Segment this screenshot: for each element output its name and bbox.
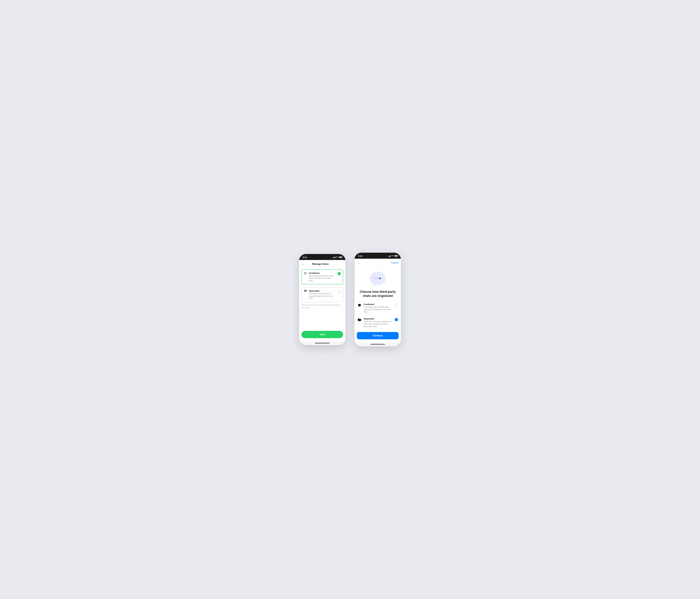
signal-bar-2	[333, 257, 334, 258]
lines-icon	[304, 272, 306, 274]
help-text-1: Choose how you want third-party chats to…	[301, 304, 343, 309]
continue-btn-container-2: Continue	[354, 330, 401, 343]
speech-bubble-icon	[357, 303, 361, 307]
signal-bar-2d	[390, 255, 391, 257]
status-time-1: 9:41	[303, 256, 307, 258]
separated-title-1: Separated	[309, 290, 336, 292]
nav-header-1: ‹ Manage inbox	[299, 260, 346, 268]
separated-text-1: Separated Third-party chats will live in…	[309, 290, 336, 300]
svg-point-0	[374, 277, 376, 279]
home-bar-2	[370, 344, 385, 345]
combined-option-2[interactable]: Combined Messenger chats and third-party…	[354, 301, 401, 315]
separated-icon-2	[357, 318, 361, 322]
signal-icon-1	[333, 256, 335, 258]
separated-radio-circle-1	[338, 290, 341, 293]
chat-bubble-illustration	[369, 271, 386, 287]
battery-fill-2	[395, 255, 397, 256]
status-bar-2: 9:41	[354, 253, 401, 259]
back-button-2[interactable]: ‹	[357, 261, 359, 265]
signal-bar-2a	[389, 256, 389, 257]
combined-text-2: Combined Messenger chats and third-party…	[364, 303, 393, 313]
signal-bar-3	[334, 257, 335, 258]
separated-radio-1[interactable]	[338, 290, 341, 293]
signal-bar-4	[335, 257, 335, 258]
phone-1: 9:41	[299, 254, 346, 345]
svg-point-2	[379, 277, 381, 279]
separated-check-icon-2: ✓	[395, 318, 398, 321]
combined-icon-2	[357, 303, 361, 307]
status-time-2: 9:41	[358, 255, 362, 257]
svg-point-1	[376, 277, 378, 279]
separated-desc-1: Third-party chats will live in a separat…	[309, 293, 336, 300]
combined-row-desc-2: Messenger chats and third-party chats wi…	[364, 306, 393, 313]
illustration-area-2	[354, 267, 401, 290]
combined-radio-1[interactable]: ✓	[338, 272, 341, 275]
combined-row-title-2: Combined	[364, 303, 393, 305]
combined-radio-2[interactable]	[395, 304, 398, 306]
separated-option-1[interactable]: Separated Third-party chats will live in…	[301, 287, 343, 302]
signal-bar-2c	[390, 256, 390, 257]
page-title-1: Manage inbox	[304, 263, 337, 266]
continue-button-2[interactable]: Continue	[357, 332, 399, 339]
signal-icon-2	[389, 255, 391, 257]
status-icons-2	[389, 255, 398, 257]
phone-2-content: ‹ Cancel	[354, 259, 401, 343]
wifi-icon-2	[392, 255, 394, 257]
home-bar-1	[315, 343, 330, 343]
combined-text-1: Combined WhatsApp and third-party chats …	[309, 272, 336, 282]
separated-option-2[interactable]: Separated Third-party chats are organize…	[354, 316, 401, 330]
separated-text-2: Separated Third-party chats are organize…	[364, 318, 393, 328]
sep-icon	[304, 290, 307, 292]
combined-desc-1: WhatsApp and third-party chats will be c…	[309, 275, 336, 282]
signal-bar-2b	[389, 256, 390, 257]
separated-icon-1	[304, 290, 307, 292]
signal-bar-1	[333, 257, 333, 258]
phones-container: 9:41	[299, 253, 401, 347]
combined-icon-1	[304, 272, 307, 274]
home-indicator-1	[299, 342, 346, 345]
battery-fill-1	[339, 257, 342, 258]
combined-title-1: Combined	[309, 272, 336, 274]
combined-radio-circle-2	[395, 304, 398, 306]
separated-radio-2[interactable]: ✓	[395, 318, 398, 321]
battery-icon-2	[394, 255, 397, 257]
choose-title-2: Choose how third-party chats are organiz…	[354, 290, 401, 301]
phone-2: 9:41	[354, 253, 401, 347]
save-button-1[interactable]: Save	[301, 331, 343, 338]
separated-row-title-2: Separated	[364, 318, 393, 320]
battery-icon-1	[339, 256, 342, 258]
wifi-icon-1	[336, 256, 338, 258]
phone-1-content: ‹ Manage inbox Combined WhatsApp and thi	[299, 260, 346, 342]
combined-option-1[interactable]: Combined WhatsApp and third-party chats …	[301, 270, 343, 284]
back-button-1[interactable]: ‹	[302, 262, 304, 266]
status-bar-1: 9:41	[299, 254, 346, 260]
status-icons-1	[333, 256, 342, 258]
combined-check-icon-1: ✓	[338, 272, 341, 275]
save-btn-container-1: Save	[299, 328, 346, 342]
separated-row-desc-2: Third-party chats are organized in a fol…	[364, 320, 393, 328]
home-indicator-2	[354, 343, 401, 346]
nav-header-2: ‹ Cancel	[354, 259, 401, 267]
folder-icon	[357, 318, 361, 321]
cancel-button-2[interactable]: Cancel	[391, 261, 398, 264]
